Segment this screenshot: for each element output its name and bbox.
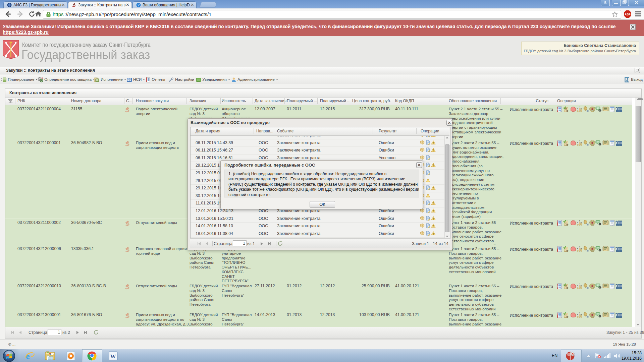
svg-text:ABP: ABP (625, 13, 631, 16)
svg-text:?: ? (138, 3, 140, 7)
svg-text:W: W (110, 353, 116, 360)
